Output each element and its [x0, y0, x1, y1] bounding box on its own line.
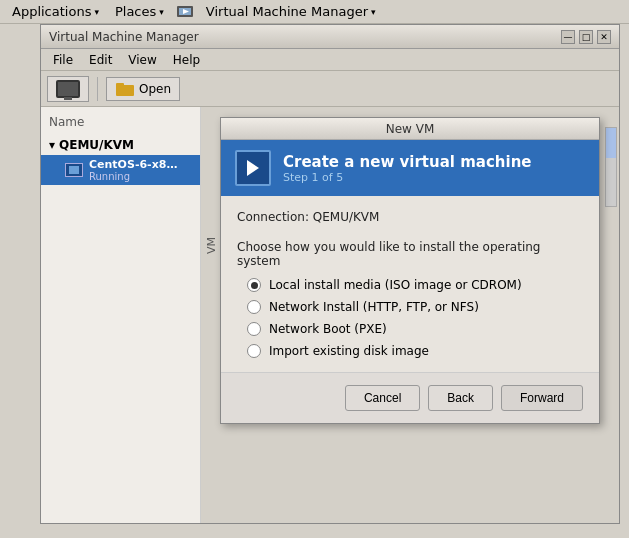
help-menu[interactable]: Help [165, 51, 208, 69]
vmm-menu-title[interactable]: Virtual Machine Manager ▾ [198, 2, 384, 21]
step-icon [235, 150, 271, 186]
places-arrow-icon: ▾ [159, 7, 164, 17]
network-boot-option[interactable]: Network Boot (PXE) [247, 322, 583, 336]
local-media-label: Local install media (ISO image or CDROM) [269, 278, 522, 292]
sidebar-name-header: Name [41, 111, 200, 133]
local-media-radio[interactable] [247, 278, 261, 292]
network-install-radio[interactable] [247, 300, 261, 314]
vm-name: CentOS-6-x86_... [89, 158, 179, 171]
dialog-footer: Cancel Back Forward [221, 372, 599, 423]
close-button[interactable]: ✕ [597, 30, 611, 44]
network-install-option[interactable]: Network Install (HTTP, FTP, or NFS) [247, 300, 583, 314]
connection-label: Connection: [237, 210, 309, 224]
back-button[interactable]: Back [428, 385, 493, 411]
vm-info: CentOS-6-x86_... Running [89, 158, 179, 182]
vmm-sidebar: Name ▾ QEMU/KVM CentOS-6-x86_... Running [41, 107, 201, 523]
vm-status: Running [89, 171, 179, 182]
group-name: QEMU/KVM [59, 138, 134, 152]
import-disk-label: Import existing disk image [269, 344, 429, 358]
network-boot-label: Network Boot (PXE) [269, 322, 387, 336]
step-info: Create a new virtual machine Step 1 of 5 [283, 153, 532, 184]
dialog-titlebar: New VM [221, 118, 599, 140]
places-menu[interactable]: Places ▾ [107, 2, 172, 21]
svg-rect-4 [116, 83, 124, 87]
import-disk-radio[interactable] [247, 344, 261, 358]
system-menubar: Applications ▾ Places ▾ Virtual Machine … [0, 0, 629, 24]
play-icon [247, 160, 259, 176]
minimize-button[interactable]: — [561, 30, 575, 44]
group-collapse-icon: ▾ [49, 138, 55, 152]
open-button[interactable]: Open [106, 77, 180, 101]
vmm-toolbar: Open [41, 71, 619, 107]
open-label: Open [139, 82, 171, 96]
dialog-title: New VM [386, 122, 435, 136]
places-label: Places [115, 4, 156, 19]
step-header: Create a new virtual machine Step 1 of 5 [221, 140, 599, 196]
open-icon [115, 81, 135, 97]
vm-mini-icon [65, 163, 83, 177]
new-vm-dialog: New VM Create a new virtual machine Step… [220, 117, 600, 424]
vmm-main-area: Name ▾ QEMU/KVM CentOS-6-x86_... Running [41, 107, 619, 523]
connection-row: Connection: QEMU/KVM [237, 210, 583, 224]
network-boot-radio[interactable] [247, 322, 261, 336]
vmm-window-title: Virtual Machine Manager [49, 30, 199, 44]
connection-value: QEMU/KVM [313, 210, 380, 224]
step-title: Create a new virtual machine [283, 153, 532, 171]
qemu-kvm-group: ▾ QEMU/KVM CentOS-6-x86_... Running [41, 133, 200, 187]
window-buttons: — □ ✕ [561, 30, 611, 44]
monitor-icon [56, 80, 80, 98]
applications-arrow-icon: ▾ [94, 7, 99, 17]
local-media-option[interactable]: Local install media (ISO image or CDROM) [247, 278, 583, 292]
step-subtitle: Step 1 of 5 [283, 171, 532, 184]
cancel-button[interactable]: Cancel [345, 385, 420, 411]
vmm-titlebar: Virtual Machine Manager — □ ✕ [41, 25, 619, 49]
new-vm-button[interactable] [47, 76, 89, 102]
vm-icon-screen [69, 166, 79, 174]
applications-menu[interactable]: Applications ▾ [4, 2, 107, 21]
vmm-window: Virtual Machine Manager — □ ✕ File Edit … [40, 24, 620, 524]
dialog-body: Connection: QEMU/KVM Choose how you woul… [221, 196, 599, 372]
maximize-button[interactable]: □ [579, 30, 593, 44]
view-menu[interactable]: View [120, 51, 164, 69]
vmm-title-arrow-icon: ▾ [371, 7, 376, 17]
applications-label: Applications [12, 4, 91, 19]
install-prompt: Choose how you would like to install the… [237, 240, 583, 268]
install-options: Local install media (ISO image or CDROM)… [237, 278, 583, 358]
forward-button[interactable]: Forward [501, 385, 583, 411]
edit-menu[interactable]: Edit [81, 51, 120, 69]
network-install-label: Network Install (HTTP, FTP, or NFS) [269, 300, 479, 314]
vmm-title-label: Virtual Machine Manager [206, 4, 368, 19]
dialog-overlay: New VM Create a new virtual machine Step… [201, 107, 619, 523]
import-disk-option[interactable]: Import existing disk image [247, 344, 583, 358]
vmm-logo-icon [176, 3, 194, 21]
file-menu[interactable]: File [45, 51, 81, 69]
vmm-menubar: File Edit View Help [41, 49, 619, 71]
toolbar-separator [97, 77, 98, 101]
centos-vm-item[interactable]: CentOS-6-x86_... Running [41, 155, 200, 185]
vmm-content-area: VM N [201, 107, 619, 523]
qemu-kvm-label: ▾ QEMU/KVM [41, 135, 200, 155]
